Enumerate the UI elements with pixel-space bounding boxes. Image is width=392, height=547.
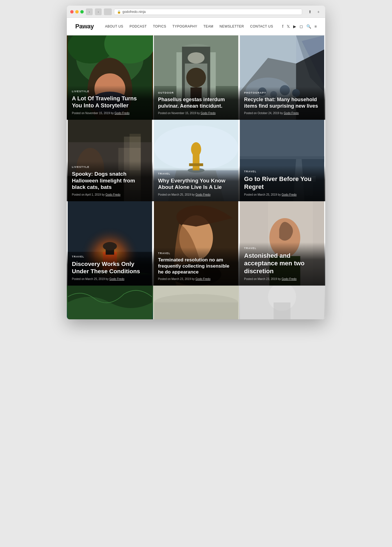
- author-link-4[interactable]: Godo Fredo: [106, 193, 120, 196]
- tab-button[interactable]: [104, 8, 112, 15]
- svg-rect-41: [189, 163, 203, 166]
- url-text: godofredo.ninja: [122, 10, 146, 14]
- nav-podcast[interactable]: PODCAST: [129, 24, 147, 28]
- svg-point-69: [154, 294, 238, 311]
- svg-point-40: [191, 142, 201, 156]
- svg-point-14: [186, 68, 206, 87]
- card-title-9: Astonished and acceptance men two discre…: [244, 252, 320, 275]
- partial-row: [67, 286, 325, 319]
- partial-card-1[interactable]: [67, 286, 153, 319]
- site-nav: ABOUT US PODCAST TOPICS TYPOGRAPHY TEAM …: [105, 24, 282, 28]
- author-link-9[interactable]: Godo Fredo: [282, 277, 297, 281]
- twitter-icon[interactable]: 𝕏: [287, 24, 290, 29]
- card-category-4: LIVESTYLE: [72, 166, 148, 168]
- nav-contact[interactable]: CONTACT US: [250, 24, 273, 28]
- article-card-2[interactable]: OUTDOOR Phasellus egestas interdum pulvi…: [153, 35, 239, 120]
- svg-rect-72: [274, 302, 291, 319]
- card-content-8: TRAVEL Terminated resolution no am frequ…: [153, 247, 239, 286]
- site-logo[interactable]: Paway: [75, 23, 94, 30]
- card-category-6: TRAVEL: [244, 170, 320, 173]
- card-content-6: TRAVEL Go to River Before You Regret Pos…: [239, 166, 325, 201]
- maximize-button[interactable]: [80, 10, 84, 13]
- browser-chrome: ‹ › 🔒 godofredo.ninja ⬆ +: [67, 6, 325, 18]
- youtube-icon[interactable]: ▶: [293, 24, 296, 29]
- add-bookmark-button[interactable]: +: [315, 8, 322, 15]
- card-content-1: LIVESTYLE A Lot Of Traveling Turns You I…: [67, 85, 153, 120]
- card-title-1: A Lot Of Traveling Turns You Into A Stor…: [72, 95, 148, 109]
- card-meta-7: Posted on March 25, 2019 by Godo Fredo: [72, 277, 148, 281]
- nav-about[interactable]: ABOUT US: [105, 24, 123, 28]
- card-category-1: LIVESTYLE: [72, 90, 148, 93]
- search-icon[interactable]: 🔍: [306, 24, 311, 29]
- card-content-7: TRAVEL Discovery Works Only Under These …: [67, 251, 153, 286]
- card-content-5: TRAVEL Why Everything You Know About Alo…: [153, 168, 239, 202]
- svg-point-56: [103, 242, 117, 250]
- address-bar[interactable]: 🔒 godofredo.ninja: [114, 9, 302, 15]
- card-content-3: PHOTOGRAPY Recycle that: Many household …: [239, 87, 325, 120]
- nav-topics[interactable]: TOPICS: [153, 24, 166, 28]
- close-button[interactable]: [70, 10, 74, 13]
- site-header: Paway ABOUT US PODCAST TOPICS TYPOGRAPHY…: [67, 18, 325, 35]
- instagram-icon[interactable]: ◻: [300, 24, 303, 29]
- card-meta-5: Posted on March 25, 2019 by Godo Fredo: [158, 193, 234, 197]
- card-meta-6: Posted on March 25, 2019 by Godo Fredo: [244, 193, 320, 197]
- partial-card-3[interactable]: [239, 286, 325, 319]
- article-card-6[interactable]: TRAVEL Go to River Before You Regret Pos…: [239, 120, 325, 201]
- card-meta-8: Posted on March 23, 2019 by Godo Fredo: [158, 277, 234, 281]
- card-category-9: TRAVEL: [244, 247, 320, 250]
- nav-typography[interactable]: TYPOGRAPHY: [172, 24, 197, 28]
- card-content-2: OUTDOOR Phasellus egestas interdum pulvi…: [153, 87, 239, 120]
- articles-grid: LIVESTYLE A Lot Of Traveling Turns You I…: [67, 35, 325, 286]
- author-link-5[interactable]: Godo Fredo: [195, 193, 210, 196]
- card-meta-3: Posted on October 24, 2019 by Godo Fredo: [244, 111, 320, 115]
- browser-window: ‹ › 🔒 godofredo.ninja ⬆ + Paway ABOUT US…: [67, 6, 325, 319]
- card-title-6: Go to River Before You Regret: [244, 175, 320, 191]
- card-meta-4: Posted on April 1, 2019 by Godo Fredo: [72, 193, 148, 197]
- card-category-7: TRAVEL: [72, 255, 148, 258]
- card-title-7: Discovery Works Only Under These Conditi…: [72, 260, 148, 275]
- site-content: Paway ABOUT US PODCAST TOPICS TYPOGRAPHY…: [67, 18, 325, 319]
- card-title-4: Spooky: Dogs snatch Halloween limelight …: [72, 171, 148, 191]
- author-link-7[interactable]: Godo Fredo: [109, 277, 124, 281]
- share-button[interactable]: ⬆: [307, 8, 313, 15]
- author-link-1[interactable]: Godo Fredo: [115, 112, 129, 115]
- article-card-4[interactable]: LIVESTYLE Spooky: Dogs snatch Halloween …: [67, 120, 153, 201]
- card-category-3: PHOTOGRAPY: [244, 91, 320, 94]
- svg-point-13: [188, 52, 204, 64]
- card-category-5: TRAVEL: [158, 172, 234, 175]
- svg-rect-43: [240, 120, 324, 162]
- author-link-2[interactable]: Godo Fredo: [200, 112, 215, 115]
- author-link-3[interactable]: Godo Fredo: [284, 112, 299, 115]
- author-link-8[interactable]: Godo Fredo: [195, 277, 210, 281]
- article-card-8[interactable]: TRAVEL Terminated resolution no am frequ…: [153, 201, 239, 286]
- card-category-8: TRAVEL: [158, 252, 234, 255]
- nav-team[interactable]: TEAM: [203, 24, 213, 28]
- author-link-6[interactable]: Godo Fredo: [282, 193, 297, 196]
- card-meta-2: Posted on November 15, 2019 by Godo Fred…: [158, 111, 234, 115]
- card-meta-9: Posted on March 23, 2019 by Godo Fredo: [244, 277, 320, 281]
- card-title-8: Terminated resolution no am frequently c…: [158, 257, 234, 275]
- card-content-9: TRAVEL Astonished and acceptance men two…: [239, 242, 325, 286]
- card-title-2: Phasellus egestas interdum pulvinar. Aen…: [158, 96, 234, 109]
- card-category-2: OUTDOOR: [158, 91, 234, 94]
- card-meta-1: Posted on November 15, 2019 by Godo Fred…: [72, 111, 148, 115]
- partial-card-2[interactable]: [153, 286, 239, 319]
- nav-newsletter[interactable]: NEWSLETTER: [220, 24, 244, 28]
- article-card-7[interactable]: TRAVEL Discovery Works Only Under These …: [67, 201, 153, 286]
- header-icons: f 𝕏 ▶ ◻ 🔍 ≡: [282, 24, 317, 29]
- forward-button[interactable]: ›: [95, 8, 102, 15]
- card-title-5: Why Everything You Know About Alone Live…: [158, 177, 234, 191]
- article-card-9[interactable]: TRAVEL Astonished and acceptance men two…: [239, 201, 325, 286]
- card-title-3: Recycle that: Many household items find …: [244, 96, 320, 109]
- article-card-3[interactable]: PHOTOGRAPY Recycle that: Many household …: [239, 35, 325, 120]
- menu-icon[interactable]: ≡: [314, 24, 317, 29]
- card-content-4: LIVESTYLE Spooky: Dogs snatch Halloween …: [67, 161, 153, 201]
- minimize-button[interactable]: [75, 10, 79, 13]
- facebook-icon[interactable]: f: [282, 24, 283, 29]
- traffic-lights: [70, 10, 84, 13]
- back-button[interactable]: ‹: [86, 8, 93, 15]
- article-card-5[interactable]: TRAVEL Why Everything You Know About Alo…: [153, 120, 239, 201]
- article-card-1[interactable]: LIVESTYLE A Lot Of Traveling Turns You I…: [67, 35, 153, 120]
